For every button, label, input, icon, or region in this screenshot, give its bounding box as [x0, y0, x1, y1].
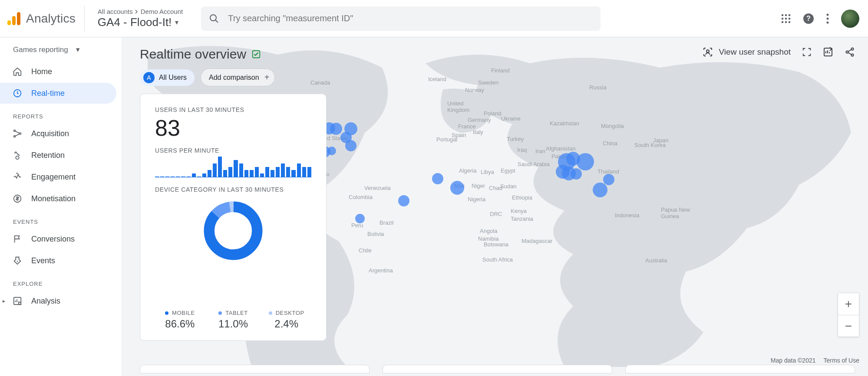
svg-rect-12: [785, 21, 787, 23]
zoom-out-button[interactable]: −: [838, 315, 859, 337]
svg-rect-9: [785, 18, 787, 20]
main-content: CanadaIcelandNorwaySwedenFinlandUnitedKi…: [122, 37, 868, 376]
svg-point-24: [17, 261, 18, 262]
legend-desktop: DESKTOP 2.4%: [261, 310, 311, 330]
retention-icon: [12, 150, 23, 160]
add-comparison-button[interactable]: Add comparison +: [201, 69, 275, 86]
users-30-label: USERS IN LAST 30 MINUTES: [155, 106, 311, 113]
svg-rect-7: [789, 14, 790, 16]
users-30-value: 83: [155, 115, 311, 141]
nav-label: Events: [31, 256, 55, 265]
map-attribution: Map data ©2021: [771, 357, 816, 364]
svg-point-21: [20, 133, 21, 134]
analysis-icon: [12, 296, 23, 306]
chevron-right-icon: [135, 10, 139, 14]
nav-engagement[interactable]: Engagement: [0, 167, 116, 187]
nav-label: Acquisition: [31, 129, 69, 138]
legend-dot-icon: [269, 311, 272, 315]
map-user-dot: [603, 174, 614, 185]
nav-acquisition[interactable]: Acquisition: [0, 123, 116, 144]
analytics-logo-icon: [6, 11, 22, 26]
nav-label: Home: [31, 67, 52, 76]
nav-label: Monetisation: [31, 194, 76, 203]
svg-point-16: [827, 13, 829, 16]
nav-conversions[interactable]: Conversions: [0, 229, 116, 249]
fullscreen-icon[interactable]: [802, 47, 812, 57]
section-reports: REPORTS: [0, 105, 122, 122]
help-icon[interactable]: ?: [803, 13, 814, 24]
app-header: Analytics All accounts Demo Account GA4 …: [0, 0, 868, 37]
map-user-dot: [327, 147, 336, 155]
nav-realtime[interactable]: Real-time: [0, 83, 116, 104]
product-logo-block[interactable]: Analytics: [6, 6, 85, 32]
map-user-dot: [432, 173, 443, 184]
nav-label: Conversions: [31, 235, 75, 244]
nav-label: Real-time: [31, 89, 65, 98]
product-name: Analytics: [26, 12, 76, 26]
nav-label: Analysis: [31, 297, 60, 306]
realtime-users-card: USERS IN LAST 30 MINUTES 83 USERS PER MI…: [140, 94, 327, 341]
header-actions: ?: [781, 10, 859, 28]
svg-rect-8: [782, 18, 783, 20]
caret-down-icon: ▾: [175, 18, 178, 26]
zoom-in-button[interactable]: +: [838, 293, 859, 315]
svg-rect-6: [785, 14, 787, 16]
apps-icon[interactable]: [781, 14, 791, 23]
caret-down-icon: ▾: [76, 45, 80, 54]
monetisation-icon: [12, 193, 23, 204]
bottom-cards-placeholder: [140, 365, 855, 373]
users-per-minute-label: USERS PER MINUTE: [155, 147, 311, 154]
nav-analysis[interactable]: ▸ Analysis: [0, 291, 116, 311]
section-events: EVENTS: [0, 210, 122, 228]
nav-label: Engagement: [31, 173, 76, 182]
share-icon[interactable]: [845, 47, 855, 57]
map-user-dot: [571, 168, 582, 180]
map-user-dot: [330, 123, 342, 135]
account-path-prefix: All accounts: [98, 8, 133, 16]
flag-icon: [12, 234, 23, 244]
add-comparison-label: Add comparison: [209, 74, 259, 82]
map-user-dot: [577, 153, 594, 170]
svg-rect-13: [789, 21, 790, 23]
svg-point-20: [14, 130, 16, 132]
view-snapshot-label: View user snapshot: [719, 47, 791, 57]
customize-icon[interactable]: [823, 47, 833, 57]
chevron-right-icon: ▸: [3, 298, 5, 304]
more-vert-icon[interactable]: [826, 13, 829, 24]
svg-rect-2: [17, 12, 20, 25]
property-selector[interactable]: All accounts Demo Account GA4 - Flood-It…: [98, 8, 183, 29]
legend-dot-icon: [165, 311, 168, 315]
svg-point-17: [827, 17, 829, 20]
page-title: Realtime overview: [140, 47, 246, 62]
search-icon: [209, 13, 219, 24]
svg-point-3: [210, 15, 216, 21]
nav-retention[interactable]: Retention: [0, 145, 116, 166]
view-user-snapshot-button[interactable]: View user snapshot: [703, 47, 791, 57]
nav-monetisation[interactable]: Monetisation: [0, 188, 116, 209]
svg-text:?: ?: [806, 15, 811, 22]
svg-rect-5: [782, 14, 783, 16]
user-avatar[interactable]: [841, 10, 859, 28]
nav-label: Retention: [31, 151, 65, 160]
svg-rect-10: [789, 18, 790, 20]
legend-mobile: MOBILE 86.6%: [155, 310, 205, 330]
home-icon: [12, 66, 23, 77]
engagement-icon: [12, 172, 23, 182]
user-snapshot-icon: [703, 47, 713, 57]
account-name: Demo Account: [141, 8, 183, 16]
nav-events[interactable]: Events: [0, 250, 116, 271]
svg-point-29: [706, 50, 709, 52]
map-terms-link[interactable]: Terms of Use: [824, 357, 859, 364]
clock-icon: [12, 88, 23, 98]
plus-icon: +: [264, 72, 270, 82]
reporting-collection-label: Games reporting: [13, 46, 68, 54]
events-icon: [12, 255, 23, 266]
search-input[interactable]: [227, 13, 593, 24]
reporting-collection-dropdown[interactable]: Games reporting ▾: [0, 45, 122, 60]
search-box[interactable]: [201, 7, 601, 31]
verified-icon: [251, 49, 261, 59]
svg-point-22: [14, 136, 16, 137]
nav-home[interactable]: Home: [0, 61, 116, 82]
device-category-label: DEVICE CATEGORY IN LAST 30 MINUTES: [155, 186, 311, 193]
segment-all-users[interactable]: A All Users: [140, 69, 195, 86]
